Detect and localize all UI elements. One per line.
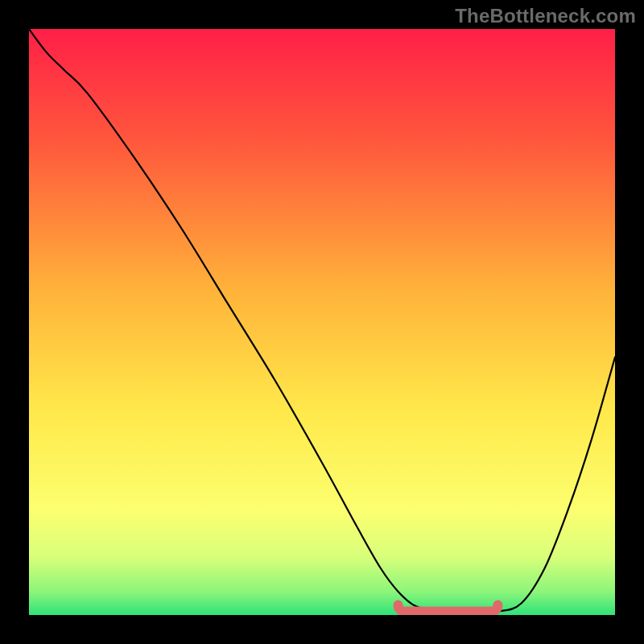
gradient-background: [29, 29, 615, 615]
plot-area: [29, 29, 615, 615]
watermark: TheBottleneck.com: [455, 5, 636, 27]
chart-container: TheBottleneck.com: [0, 0, 644, 644]
chart-svg: [29, 29, 615, 615]
